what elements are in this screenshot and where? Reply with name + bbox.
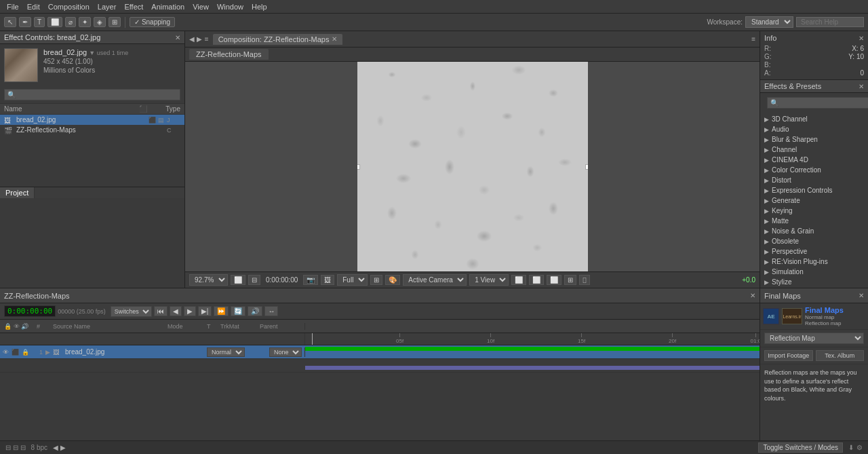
effect-cat-obsolete[interactable]: ▶ Obsolete — [760, 236, 868, 246]
reflection-map-select[interactable]: Reflection Map — [764, 333, 864, 344]
row-expand-1[interactable]: ▶ — [45, 349, 50, 356]
effect-cat-cinema4d[interactable]: ▶ CINEMA 4D — [760, 155, 868, 165]
menu-effect[interactable]: Effect — [120, 3, 147, 11]
timeline-close[interactable]: ✕ — [750, 292, 755, 299]
effect-cat-blur[interactable]: ▶ Blur & Sharpen — [760, 134, 868, 145]
info-panel-menu[interactable]: ✕ — [859, 35, 864, 42]
camera-tool[interactable]: ⊞ — [108, 17, 121, 27]
playhead[interactable] — [312, 333, 313, 345]
view-rulers-btn[interactable]: ⌷ — [579, 275, 590, 285]
grid-btn[interactable]: ⊞ — [370, 275, 382, 285]
row-solo-icon[interactable]: ⬛ — [12, 349, 19, 356]
effects-search-area — [760, 93, 868, 113]
bottom-icon-2[interactable]: ⚙ — [856, 444, 863, 451]
eraser-tool[interactable]: ◈ — [94, 17, 106, 27]
pen-tool[interactable]: ✒ — [19, 17, 31, 27]
project-item-zz[interactable]: 🎬 ZZ-Reflection-Maps C — [0, 125, 184, 135]
item-type-bread: J — [167, 117, 180, 124]
menu-help[interactable]: Help — [248, 3, 271, 11]
ram-preview-btn[interactable]: ⏩ — [214, 306, 229, 316]
effect-cat-revision[interactable]: ▶ RE:Vision Plug-ins — [760, 257, 868, 267]
effect-cat-keying[interactable]: ▶ Keying — [760, 206, 868, 216]
effect-cat-generate[interactable]: ▶ Generate — [760, 195, 868, 206]
menu-layer[interactable]: Layer — [94, 3, 121, 11]
view-count-dropdown[interactable]: 1 View — [469, 274, 509, 286]
menu-view[interactable]: View — [189, 3, 213, 11]
view-safe-btn[interactable]: ⬜ — [529, 275, 544, 285]
comp-arrows[interactable]: ◀ ▶ — [189, 35, 202, 43]
timeline-row-bread[interactable]: 👁 ⬛ 🔒 1 ▶ 🖼 bread_02.jpg Normal None — [0, 345, 760, 359]
comp-menu-icon[interactable]: ≡ — [205, 35, 209, 43]
brush-tool[interactable]: ⌀ — [65, 17, 76, 27]
row-lock-icon[interactable]: 🔒 — [22, 349, 29, 356]
status-nav-icons: ◀ ▶ — [53, 444, 66, 451]
go-start-btn[interactable]: ⏮ — [154, 306, 167, 316]
clone-tool[interactable]: ✦ — [79, 17, 91, 27]
cat-label-generate: Generate — [772, 197, 800, 204]
stretch-btn[interactable]: ↔ — [264, 306, 278, 316]
tex-album-btn[interactable]: Tex. Album — [816, 350, 865, 361]
final-maps-close[interactable]: ✕ — [859, 292, 864, 299]
comp-subtab-main[interactable]: ZZ-Reflection-Maps — [189, 49, 269, 60]
text-tool[interactable]: T — [34, 17, 45, 27]
effect-cat-stylize[interactable]: ▶ Stylize — [760, 277, 868, 287]
fit-btn[interactable]: ⬜ — [231, 275, 245, 285]
bottom-icon-1[interactable]: ⬇ — [848, 444, 854, 451]
ruler-marks[interactable]: 05f 10f 15f 20f 01:0 — [305, 333, 760, 345]
menu-edit[interactable]: Edit — [23, 3, 44, 11]
project-item-bread[interactable]: 🖼 bread_02.jpg ⬛ ▤ J — [0, 115, 184, 125]
panel-close-btn[interactable]: ✕ — [175, 34, 180, 41]
import-footage-btn[interactable]: Import Footage — [764, 350, 813, 361]
audio-btn[interactable]: 🔊 — [248, 306, 262, 316]
row-mode-select[interactable]: Normal — [207, 347, 245, 357]
snapping-btn[interactable]: ✓ Snapping — [130, 17, 175, 27]
view-3d-btn[interactable]: ⬜ — [547, 275, 561, 285]
loop-btn[interactable]: 🔄 — [231, 306, 245, 316]
effect-cat-noise[interactable]: ▶ Noise & Grain — [760, 226, 868, 236]
snapshot-btn[interactable]: 📷 — [303, 275, 318, 285]
effect-cat-channel[interactable]: ▶ Channel — [760, 145, 868, 155]
view-grid-btn[interactable]: ⊞ — [564, 275, 576, 285]
row-eye-icon[interactable]: 👁 — [3, 349, 9, 356]
effect-cat-3d-channel[interactable]: ▶ 3D Channel — [760, 114, 868, 124]
comp-tab-close[interactable]: ✕ — [332, 35, 337, 43]
toggle-switches-btn[interactable]: Toggle Switches / Modes — [758, 442, 843, 453]
effects-search-input[interactable] — [767, 97, 868, 109]
quality-dropdown[interactable]: Full — [337, 274, 368, 286]
effect-cat-expression[interactable]: ▶ Expression Controls — [760, 185, 868, 195]
effect-cat-audio[interactable]: ▶ Audio — [760, 124, 868, 134]
effect-cat-simulation[interactable]: ▶ Simulation — [760, 267, 868, 277]
project-search-input[interactable] — [4, 89, 180, 100]
effect-cat-distort[interactable]: ▶ Distort — [760, 175, 868, 185]
pixel-btn[interactable]: ⊟ — [248, 275, 260, 285]
row-parent-select[interactable]: None — [269, 347, 302, 357]
zoom-dropdown[interactable]: 92.7% — [189, 274, 228, 286]
workspace-select[interactable]: Standard — [745, 16, 793, 28]
search-help-input[interactable] — [796, 17, 864, 27]
shape-tool[interactable]: ⬜ — [47, 17, 62, 27]
effect-cat-color-correction[interactable]: ▶ Color Correction — [760, 165, 868, 175]
menu-file[interactable]: File — [3, 3, 23, 11]
menu-composition[interactable]: Composition — [44, 3, 94, 11]
effect-cat-matte[interactable]: ▶ Matte — [760, 216, 868, 226]
channel-btn[interactable]: 🎨 — [385, 275, 400, 285]
comp-main-tab[interactable]: Composition: ZZ-Reflection-Maps ✕ — [213, 34, 343, 45]
a-value: 0 — [814, 69, 864, 77]
handle-middle-left[interactable] — [357, 164, 360, 170]
handle-middle-right[interactable] — [585, 164, 588, 170]
view-dropdown[interactable]: Active Camera — [403, 274, 467, 286]
menu-animation[interactable]: Animation — [147, 3, 189, 11]
play-btn[interactable]: ▶ — [184, 306, 196, 316]
next-frame-btn[interactable]: ▶| — [198, 306, 212, 316]
selection-tool[interactable]: ↖ — [4, 17, 16, 27]
prev-frame-btn[interactable]: ◀ — [170, 306, 182, 316]
menu-bar: File Edit Composition Layer Effect Anima… — [0, 0, 868, 14]
effects-close[interactable]: ✕ — [859, 83, 864, 90]
comp-panel-menu[interactable]: ≡ — [751, 35, 755, 43]
show-snapshot-btn[interactable]: 🖼 — [321, 275, 334, 285]
tab-project[interactable]: Project — [0, 187, 35, 198]
mode-select[interactable]: Switches — [111, 306, 152, 317]
effect-cat-perspective[interactable]: ▶ Perspective — [760, 246, 868, 257]
menu-window[interactable]: Window — [213, 3, 248, 11]
view-options-btn[interactable]: ⬜ — [511, 275, 526, 285]
